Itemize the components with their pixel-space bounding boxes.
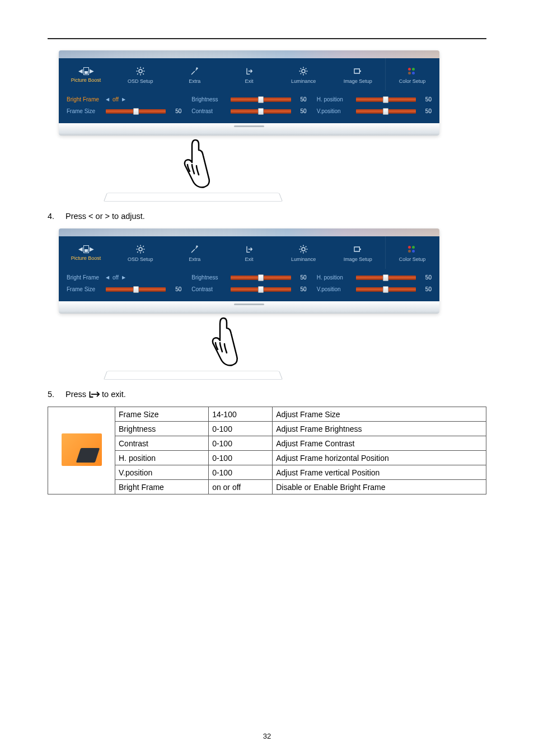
exit-arrow-icon — [88, 390, 100, 398]
tab-label: Exit — [245, 78, 253, 84]
label: Frame Size — [67, 286, 101, 292]
tab-label: OSD Setup — [128, 256, 153, 262]
gear-icon — [135, 244, 146, 255]
picture-boost-large-icon — [62, 433, 102, 466]
settings-table: Frame Size 14-100 Adjust Frame Size Brig… — [48, 407, 486, 494]
row-contrast: Contrast 50 — [191, 108, 306, 114]
step-text-after: to exit. — [102, 390, 126, 399]
row-v-position: V.position 50 — [317, 108, 432, 114]
setting-range: 0-100 — [209, 451, 273, 465]
tab-exit: Exit — [222, 236, 276, 269]
image-setup-icon — [352, 244, 363, 255]
row-bright-frame: Bright Frame ◀ off ▶ — [67, 274, 181, 281]
tab-label: Picture Boost — [71, 255, 101, 261]
hand-icon — [176, 138, 216, 191]
setting-name: Brightness — [115, 422, 209, 436]
row-brightness: Brightness 50 — [191, 96, 306, 102]
setting-name: V.position — [115, 465, 209, 480]
slider — [231, 97, 291, 102]
triangle-right-icon: ▶ — [122, 275, 125, 280]
triangle-left-icon: ◀ — [106, 97, 109, 102]
hand-illustration — [59, 140, 439, 202]
setting-desc: Adjust Frame Brightness — [273, 422, 486, 436]
slider — [231, 276, 291, 280]
setting-range: 14-100 — [209, 407, 273, 422]
tab-label: OSD Setup — [128, 78, 153, 84]
tab-color-setup: Color Setup — [385, 236, 439, 269]
setting-name: Bright Frame — [115, 480, 209, 494]
icon-cell — [48, 407, 115, 494]
value: 50 — [170, 286, 181, 292]
tab-image-setup: Image Setup — [331, 58, 385, 91]
tab-extra: Extra — [167, 236, 222, 269]
tab-luminance: Luminance — [277, 58, 331, 91]
step-4: 4. Press < or > to adjust. — [48, 212, 486, 221]
tab-osd-setup: OSD Setup — [113, 58, 167, 91]
image-setup-icon — [352, 66, 363, 77]
value: 50 — [420, 108, 432, 114]
hand-icon — [204, 316, 243, 369]
tab-image-setup: Image Setup — [331, 236, 385, 269]
label: Bright Frame — [67, 274, 101, 281]
exit-icon — [243, 66, 255, 77]
option-selector: ◀ off ▶ — [106, 274, 125, 281]
row-h-position: H. position 50 — [317, 274, 432, 281]
slider — [356, 287, 416, 292]
tab-extra: Extra — [167, 58, 222, 91]
setting-desc: Adjust Frame Contrast — [273, 436, 486, 451]
tab-color-setup: Color Setup — [385, 58, 439, 91]
label: Contrast — [191, 286, 226, 292]
osd-panel-1: ◀ ▶ Picture Boost OSD Setup — [59, 50, 486, 136]
option-value: off — [113, 274, 119, 281]
label: Bright Frame — [67, 96, 101, 102]
slider — [106, 287, 166, 292]
tab-label: Exit — [245, 256, 253, 262]
row-contrast: Contrast 50 — [191, 286, 306, 292]
value: 50 — [420, 274, 432, 281]
setting-desc: Adjust Frame vertical Position — [273, 465, 486, 480]
triangle-right-icon: ▶ — [122, 97, 125, 102]
setting-name: H. position — [115, 451, 209, 465]
tab-label: Color Setup — [399, 256, 426, 262]
tab-label: Picture Boost — [71, 77, 101, 83]
gear-icon — [135, 66, 146, 77]
row-bright-frame: Bright Frame ◀ off ▶ — [67, 96, 181, 102]
svg-point-1 — [302, 69, 305, 73]
tab-label: Image Setup — [344, 256, 372, 262]
setting-desc: Adjust Frame Size — [273, 407, 486, 422]
tab-luminance: Luminance — [277, 236, 331, 269]
osd-panel-2: ◀▶ Picture Boost OSD Setup Extra — [59, 228, 486, 314]
svg-point-3 — [302, 248, 305, 251]
row-frame-size: Frame Size 50 — [67, 286, 181, 292]
setting-range: 0-100 — [209, 436, 273, 451]
exit-icon — [243, 244, 255, 255]
setting-desc: Disable or Enable Bright Frame — [273, 480, 486, 494]
sun-icon — [298, 244, 309, 255]
label: Brightness — [191, 96, 226, 102]
setting-desc: Adjust Frame horizontal Position — [273, 451, 486, 465]
row-h-position: H. position 50 — [317, 96, 432, 102]
setting-range: 0-100 — [209, 465, 273, 480]
slider — [106, 109, 166, 114]
step-number: 5. — [48, 390, 55, 399]
tab-label: Luminance — [291, 256, 316, 262]
value: 50 — [296, 274, 307, 281]
label: Frame Size — [67, 108, 101, 114]
tools-icon — [189, 66, 200, 77]
step-text: Press < or > to adjust. — [65, 212, 145, 221]
step-text-before: Press — [65, 390, 86, 399]
row-frame-size: Frame Size 50 — [67, 108, 181, 114]
step-number: 4. — [48, 212, 55, 221]
setting-range: on or off — [209, 480, 273, 494]
value: 50 — [420, 96, 432, 102]
slider — [356, 276, 416, 280]
tab-exit: Exit — [222, 58, 276, 91]
setting-name: Contrast — [115, 436, 209, 451]
slider — [231, 109, 291, 114]
tab-label: Luminance — [291, 78, 316, 84]
value: 50 — [420, 286, 432, 292]
label: Contrast — [191, 108, 226, 114]
picture-boost-icon: ◀ ▶ — [78, 67, 94, 76]
tab-picture-boost: ◀ ▶ Picture Boost — [59, 58, 113, 91]
label: Brightness — [191, 274, 226, 281]
